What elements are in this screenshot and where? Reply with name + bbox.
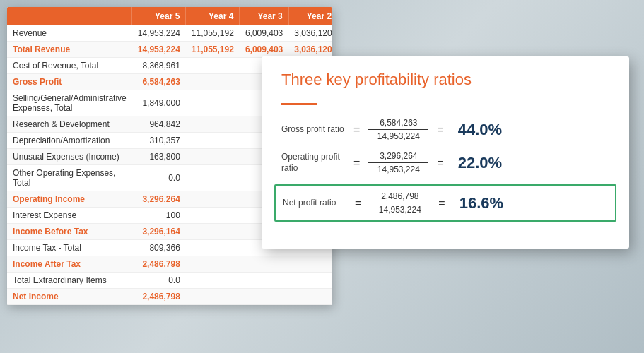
row-value (240, 256, 288, 273)
ratio-fraction: 6,584,263 14,953,224 (368, 118, 428, 141)
row-label: Net Income (7, 289, 132, 305)
row-value (186, 289, 240, 305)
row-value: 310,357 (132, 133, 186, 149)
row-label: Unusual Expenses (Income) (7, 149, 132, 165)
row-label: Depreciation/Amortization (7, 133, 132, 149)
ratio-label: Net profit ratio (283, 198, 346, 209)
ratio-equals2: = (437, 157, 443, 169)
row-value: 0.0 (132, 165, 186, 191)
row-value (186, 116, 240, 133)
row-value: 809,366 (132, 240, 186, 256)
row-value: 8,368,961 (132, 58, 186, 74)
row-value (240, 273, 288, 289)
ratio-equals2: = (438, 197, 445, 210)
row-value (186, 133, 240, 149)
ratio-denominator: 14,953,224 (370, 203, 430, 215)
row-label: Gross Profit (7, 74, 132, 90)
ratio-denominator: 14,953,224 (368, 163, 428, 174)
row-label: Interest Expense (7, 208, 132, 224)
row-value: 6,584,263 (132, 74, 186, 90)
ratio-numerator: 3,296,264 (368, 151, 428, 163)
table-row: Total Extraordinary Items0.0 (7, 273, 332, 289)
ratio-equals: = (353, 157, 360, 169)
row-label: Income Before Tax (7, 224, 132, 240)
ratio-denominator: 14,953,224 (368, 130, 428, 141)
row-value: 2,486,798 (132, 289, 186, 305)
ratio-row: Operating profit ratio = 3,296,264 14,95… (281, 151, 609, 174)
ratio-result: 22.0% (458, 154, 502, 172)
table-row: Revenue14,953,22411,055,1926,009,4033,03… (7, 25, 332, 42)
ratios-container: Gross profit ratio = 6,584,263 14,953,22… (281, 118, 609, 222)
row-value: 3,036,120 (288, 42, 332, 58)
row-value: 11,055,192 (186, 42, 240, 58)
row-label: Research & Development (7, 116, 132, 133)
ratios-card: Three key profitability ratios Gross pro… (262, 56, 629, 249)
row-value (186, 191, 240, 208)
ratio-label: Operating profit ratio (281, 152, 345, 174)
table-row: Income After Tax2,486,798 (7, 256, 332, 273)
row-value: 6,009,403 (240, 42, 288, 58)
row-value: 3,296,264 (132, 191, 186, 208)
ratio-equals: = (353, 124, 360, 136)
ratio-result: 16.6% (459, 194, 503, 213)
row-label: Income After Tax (7, 256, 132, 273)
row-value: 163,800 (132, 149, 186, 165)
row-value: 0.0 (132, 273, 186, 289)
ratio-fraction: 2,486,798 14,953,224 (370, 191, 430, 215)
row-value (288, 289, 332, 305)
ratio-equals2: = (437, 124, 443, 136)
row-value (288, 273, 332, 289)
table-row: Net Income2,486,798 (7, 289, 332, 305)
ratio-label: Gross profit ratio (281, 124, 345, 136)
row-value (186, 208, 240, 224)
ratio-numerator: 2,486,798 (370, 191, 430, 203)
ratios-title: Three key profitability ratios (281, 71, 609, 89)
row-value (186, 240, 240, 256)
ratio-fraction: 3,296,264 14,953,224 (368, 151, 428, 174)
row-value: 3,036,120 (288, 25, 332, 42)
row-value: 964,842 (132, 116, 186, 133)
row-label: Other Operating Expenses, Total (7, 165, 132, 191)
row-value: 14,953,224 (132, 25, 186, 42)
row-value (186, 74, 240, 90)
row-value: 6,009,403 (240, 25, 288, 42)
row-value: 2,486,798 (132, 256, 186, 273)
row-value (288, 256, 332, 273)
row-label: Total Extraordinary Items (7, 273, 132, 289)
row-value: 3,296,164 (132, 224, 186, 240)
row-value: 11,055,192 (186, 25, 240, 42)
row-value (186, 273, 240, 289)
row-value (186, 256, 240, 273)
row-label: Cost of Revenue, Total (7, 58, 132, 74)
ratio-row: Gross profit ratio = 6,584,263 14,953,22… (281, 118, 609, 141)
row-value (186, 58, 240, 74)
ratio-numerator: 6,584,263 (368, 118, 428, 130)
row-label: Revenue (7, 25, 132, 42)
row-value (186, 90, 240, 116)
ratio-row: Net profit ratio = 2,486,798 14,953,224 … (274, 184, 616, 222)
ratio-result: 44.0% (458, 121, 502, 139)
col-header-year2: Year 2 (288, 7, 332, 25)
col-header-year3: Year 3 (240, 7, 288, 25)
row-value: 14,953,224 (132, 42, 186, 58)
col-header-label (7, 7, 132, 25)
row-label: Income Tax - Total (7, 240, 132, 256)
row-label: Total Revenue (7, 42, 132, 58)
ratio-equals: = (355, 197, 361, 210)
row-value (186, 165, 240, 191)
divider (281, 103, 317, 105)
col-header-year4: Year 4 (186, 7, 240, 25)
row-value (186, 224, 240, 240)
row-value: 1,849,000 (132, 90, 186, 116)
col-header-year5: Year 5 (132, 7, 186, 25)
row-value: 100 (132, 208, 186, 224)
row-value (186, 149, 240, 165)
table-header-row: Year 5 Year 4 Year 3 Year 2 Year 1 (7, 7, 332, 25)
table-row: Total Revenue14,953,22411,055,1926,009,4… (7, 42, 332, 58)
row-label: Operating Income (7, 191, 132, 208)
row-value (240, 289, 288, 305)
row-label: Selling/General/Administrative Expenses,… (7, 90, 132, 116)
